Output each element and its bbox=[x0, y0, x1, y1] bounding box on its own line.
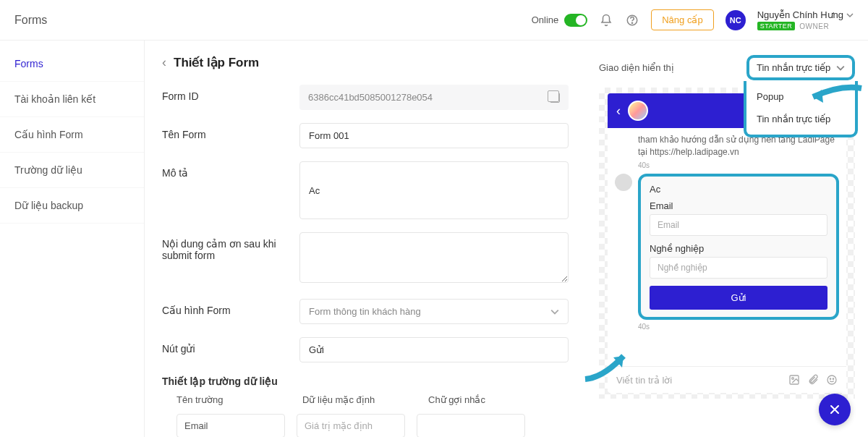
thankyou-input[interactable] bbox=[299, 232, 569, 283]
app-title: Forms bbox=[14, 14, 47, 27]
chat-body: tham khảo hướng dẫn sử dụng nền tảng Lad… bbox=[608, 128, 846, 366]
attachment-icon[interactable] bbox=[807, 374, 819, 386]
dropdown-option-direct[interactable]: Tin nhắn trực tiếp bbox=[746, 108, 855, 130]
message-avatar bbox=[615, 174, 632, 191]
page-title: Thiết lập Form bbox=[174, 55, 259, 70]
label-thankyou: Nội dung cảm ơn sau khi submit form bbox=[162, 232, 299, 261]
preview-panel: Giao diện hiển thị Tin nhắn trực tiếp Po… bbox=[586, 41, 868, 437]
label-description: Mô tả bbox=[162, 161, 299, 179]
close-icon bbox=[827, 402, 842, 417]
sidebar-item-backup-data[interactable]: Dữ liệu backup bbox=[0, 188, 144, 224]
starter-badge: STARTER bbox=[757, 22, 796, 30]
sidebar-item-data-fields[interactable]: Trường dữ liệu bbox=[0, 153, 144, 188]
sidebar: Forms Tài khoản liên kết Cấu hình Form T… bbox=[0, 41, 145, 437]
field2-label: Nghề nghiệp bbox=[650, 243, 827, 254]
copy-icon[interactable] bbox=[550, 93, 560, 103]
col-name: Tên trường bbox=[176, 394, 285, 405]
label-form-config: Cấu hình Form bbox=[162, 299, 299, 316]
svg-point-3 bbox=[792, 378, 794, 380]
chat-avatar bbox=[628, 101, 648, 121]
chat-input-row: Viết tin trả lời bbox=[608, 366, 846, 393]
display-select-wrap: Tin nhắn trực tiếp Popup Tin nhắn trực t… bbox=[746, 55, 855, 80]
form-settings-panel: ‹ Thiết lập Form Form ID 6386cc41bd50850… bbox=[145, 41, 586, 437]
chat-back-button[interactable]: ‹ bbox=[616, 103, 621, 119]
message-time-2: 40s bbox=[638, 323, 839, 331]
online-label: Online bbox=[532, 14, 559, 25]
label-submit-btn: Nút gửi bbox=[162, 337, 299, 355]
field-name-input[interactable] bbox=[176, 414, 285, 437]
back-button[interactable]: ‹ bbox=[162, 55, 166, 70]
sidebar-item-linked-accounts[interactable]: Tài khoản liên kết bbox=[0, 82, 144, 117]
svg-point-6 bbox=[833, 378, 833, 379]
field1-input[interactable] bbox=[650, 214, 827, 236]
close-fab[interactable] bbox=[819, 394, 851, 425]
description-input[interactable] bbox=[299, 161, 569, 219]
form-bubble: Ac Email Nghề nghiệp Gửi bbox=[638, 174, 839, 320]
avatar[interactable]: NC bbox=[726, 10, 746, 30]
form-bubble-submit[interactable]: Gửi bbox=[650, 286, 827, 310]
header-right: Online Nâng cấp NC Nguyễn Chính Hưng STA… bbox=[532, 9, 854, 30]
sidebar-item-forms[interactable]: Forms bbox=[0, 46, 144, 82]
chevron-down-icon bbox=[836, 64, 845, 72]
user-name-text: Nguyễn Chính Hưng bbox=[757, 9, 843, 20]
field-columns-header: Tên trường Dữ liệu mặc định Chữ gợi nhắc bbox=[162, 394, 569, 405]
svg-point-1 bbox=[632, 22, 633, 23]
submit-btn-input[interactable] bbox=[299, 337, 569, 362]
annotation-arrow-1 bbox=[807, 81, 865, 110]
message-time-1: 40s bbox=[638, 161, 839, 169]
emoji-icon[interactable] bbox=[826, 374, 838, 386]
svg-point-5 bbox=[830, 378, 830, 379]
field-default-input[interactable] bbox=[297, 414, 405, 437]
owner-label: OWNER bbox=[799, 22, 829, 30]
label-form-id: Form ID bbox=[162, 85, 299, 102]
image-icon[interactable] bbox=[788, 374, 800, 386]
col-default: Dữ liệu mặc định bbox=[302, 394, 411, 405]
field1-label: Email bbox=[650, 200, 827, 211]
svg-point-4 bbox=[827, 376, 836, 384]
form-bubble-title: Ac bbox=[650, 184, 827, 195]
annotation-arrow-2 bbox=[582, 343, 639, 386]
col-hint: Chữ gợi nhắc bbox=[428, 394, 537, 405]
field2-input[interactable] bbox=[650, 257, 827, 279]
chat-window: ‹ tham khảo hướng dẫn sử dụng nền tảng L… bbox=[608, 93, 846, 393]
display-label: Giao diện hiển thị bbox=[599, 62, 674, 73]
sidebar-item-form-config[interactable]: Cấu hình Form bbox=[0, 117, 144, 153]
field-setup-title: Thiết lập trường dữ liệu bbox=[162, 376, 569, 387]
form-name-input[interactable] bbox=[299, 123, 569, 148]
online-toggle[interactable] bbox=[564, 14, 587, 27]
form-id-display: 6386cc41bd5085001278e054 bbox=[299, 85, 569, 110]
bell-icon[interactable] bbox=[599, 13, 613, 27]
chevron-down-icon bbox=[550, 307, 559, 316]
upgrade-button[interactable]: Nâng cấp bbox=[651, 9, 713, 30]
field-row bbox=[162, 414, 569, 437]
label-form-name: Tên Form bbox=[162, 123, 299, 140]
display-mode-select[interactable]: Tin nhắn trực tiếp bbox=[746, 55, 855, 80]
form-config-select[interactable]: Form thông tin khách hàng bbox=[299, 299, 569, 324]
field-hint-input[interactable] bbox=[417, 414, 525, 437]
chevron-down-icon bbox=[846, 12, 854, 19]
online-status: Online bbox=[532, 14, 588, 27]
app-header: Forms Online Nâng cấp NC Nguyễn Chính Hư… bbox=[0, 0, 868, 41]
user-block[interactable]: Nguyễn Chính Hưng STARTER OWNER bbox=[757, 9, 854, 30]
intro-message: tham khảo hướng dẫn sử dụng nền tảng Lad… bbox=[638, 134, 839, 158]
help-icon[interactable] bbox=[625, 13, 639, 27]
